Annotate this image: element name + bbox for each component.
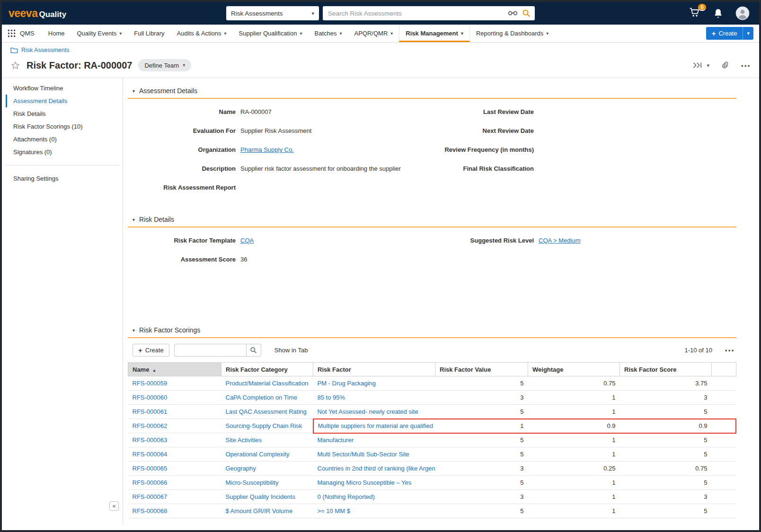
cell-risk-factor-category-link[interactable]: Sourcing-Supply Chain Risk (226, 422, 302, 429)
show-in-tab-link[interactable]: Show in Tab (274, 347, 308, 354)
cell-name-link[interactable]: RFS-000063 (133, 436, 168, 444)
sidebar-item-sharing-settings[interactable]: Sharing Settings (6, 172, 119, 185)
veeva-quality-logo[interactable]: veeva Quality (9, 7, 66, 20)
column-header-risk-factor-score[interactable]: Risk Factor Score (620, 363, 712, 376)
cell-risk-factor-link[interactable]: Multi Sector/Multi Sub-Sector Site (318, 451, 409, 458)
sidebar-item-risk-details[interactable]: Risk Details (6, 107, 119, 120)
column-header-label: Name (133, 366, 149, 373)
table-row-rfs-000059: RFS-000059Product/Material Classificatio… (128, 376, 736, 391)
cell-risk-factor-link[interactable]: Not Yet Assessed- newly created site (318, 408, 418, 415)
nav-tab-label: Audits & Actions (177, 30, 221, 37)
cell-risk-factor-link[interactable]: Multiple suppliers for material are qual… (318, 422, 434, 429)
search-icon[interactable] (522, 9, 531, 17)
column-header-risk-factor-value[interactable]: Risk Factor Value (435, 363, 528, 376)
nav-tab-reporting-dashboards[interactable]: Reporting & Dashboards ▾ (470, 25, 555, 42)
cell-risk-factor-link[interactable]: >= 10 MM $ (318, 507, 350, 515)
cell-name-link[interactable]: RFS-000067 (133, 493, 168, 500)
cell-risk-factor-category: Sourcing-Supply Chain Risk (221, 419, 313, 433)
nav-tab-label: Reporting & Dashboards (476, 30, 543, 37)
create-button[interactable]: + Create (706, 27, 743, 40)
nav-tab-supplier-qualification[interactable]: Supplier Qualification ▾ (233, 25, 309, 42)
sidebar-item-signatures-0[interactable]: Signatures (0) (6, 146, 119, 158)
cell-name-link[interactable]: RFS-000066 (133, 479, 168, 486)
cell-risk-factor-link[interactable]: Manufacturer (318, 436, 354, 444)
cell-risk-factor-category-link[interactable]: Site Activities (226, 436, 262, 444)
cell-risk-factor-category-link[interactable]: Supplier Quality Incidents (226, 493, 295, 500)
sidebar-item-attachments-0[interactable]: Attachments (0) (6, 133, 119, 146)
breadcrumb-link[interactable]: Risk Assessments (21, 47, 69, 53)
global-search-input[interactable] (327, 9, 504, 17)
field-value-link[interactable]: Pharma Supply Co. (240, 146, 294, 154)
column-header-label: Risk Factor Category (226, 366, 288, 373)
cell-risk-factor-category-link[interactable]: $ Amount GR/IR Volume (226, 507, 293, 515)
create-dropdown-button[interactable]: ▾ (743, 27, 753, 40)
cell-risk-factor-category-link[interactable]: Product/Material Classification (226, 380, 309, 387)
cell-risk-factor-category-link[interactable]: Last QAC Assessment Rating (226, 408, 307, 415)
cell-risk-factor: Countries in 2nd third of ranking (like … (313, 462, 435, 476)
sidebar-item-workflow-timeline[interactable]: Workflow Timeline (6, 82, 119, 95)
cell-risk-factor-category-link[interactable]: CaPA Completion on Time (226, 394, 298, 401)
cell-name-link[interactable]: RFS-000062 (133, 422, 168, 429)
fields-right-column: Last Review Date Next Review Date Review… (432, 108, 736, 203)
column-header-risk-factor-category[interactable]: Risk Factor Category (221, 363, 313, 376)
cell-risk-factor-link[interactable]: 85 to 95% (318, 394, 345, 401)
cell-name-link[interactable]: RFS-000061 (133, 408, 168, 415)
cell-risk-factor-link[interactable]: Managing Micro Susceptible – Yes (318, 479, 412, 486)
notifications-bell-icon[interactable] (713, 8, 723, 19)
cart-button[interactable]: 0 (689, 7, 701, 20)
app-switcher-icon[interactable] (8, 29, 16, 37)
sidebar-item-assessment-details[interactable]: Assessment Details (6, 95, 119, 107)
cell-risk-factor-link[interactable]: 0 (Nothing Reported) (318, 493, 375, 500)
cell-risk-factor-category-link[interactable]: Operational Complexity (226, 451, 290, 458)
attachments-paperclip-icon[interactable] (721, 61, 729, 70)
section-header-risk-details[interactable]: ▾ Risk Details (128, 211, 736, 227)
scorings-create-button[interactable]: + Create (133, 344, 169, 357)
cell-risk-factor-score: 5 (620, 476, 712, 490)
cell-risk-factor-link[interactable]: Countries in 2nd third of ranking (like … (318, 465, 435, 472)
sidebar-collapse-button[interactable]: « (109, 501, 119, 511)
cell-name-link[interactable]: RFS-000060 (133, 394, 168, 401)
nav-tab-label: Batches (314, 30, 336, 37)
column-header-risk-factor[interactable]: Risk Factor (313, 363, 435, 376)
avatar[interactable] (735, 6, 750, 20)
cell-name-link[interactable]: RFS-000068 (133, 507, 168, 515)
nav-tab-audits-actions[interactable]: Audits & Actions ▾ (171, 25, 233, 42)
search-scope-selector[interactable]: Risk Assessments ▾ (226, 6, 319, 20)
field-row-suggested-risk-level: Suggested Risk Level CQA > Medium (432, 237, 736, 244)
nav-tab-apqr-qmr[interactable]: APQR/QMR ▾ (348, 25, 399, 42)
section-title: Risk Factor Scorings (139, 326, 200, 334)
workflow-action-button[interactable]: Define Team ▾ (138, 59, 191, 71)
cell-risk-factor-category-link[interactable]: Geography (226, 465, 256, 472)
lifecycle-stages-button[interactable]: ▾ (692, 61, 709, 69)
cell-name-link[interactable]: RFS-000059 (133, 380, 168, 387)
collapse-caret-icon: ▾ (133, 88, 135, 94)
nav-tab-risk-management[interactable]: Risk Management ▾ (399, 25, 470, 42)
section-header-risk-factor-scorings[interactable]: ▾ Risk Factor Scorings (128, 322, 736, 338)
search-icon (250, 347, 257, 354)
cell-name-link[interactable]: RFS-000064 (133, 451, 168, 458)
nav-tab-home[interactable]: Home (42, 25, 71, 42)
cell-risk-factor-link[interactable]: PM - Drug Packaging (318, 380, 376, 387)
nav-tab-full-library[interactable]: Full Library (128, 25, 170, 42)
nav-tab-quality-events[interactable]: Quality Events ▾ (71, 25, 128, 42)
grid-more-actions-icon[interactable]: ⋯ (725, 345, 734, 355)
app-name-label[interactable]: QMS (20, 30, 35, 37)
field-value-link[interactable]: CQA (240, 237, 254, 244)
scorings-toolbar-right: 1-10 of 10 ⋯ (684, 345, 736, 355)
scorings-search-button[interactable] (246, 344, 261, 357)
field-row-evaluation-for: Evaluation For Supplier Risk Assessment (128, 127, 432, 135)
section-header-assessment-details[interactable]: ▾ Assessment Details (128, 83, 736, 99)
more-actions-icon[interactable]: ⋯ (741, 61, 751, 70)
field-value-link[interactable]: CQA > Medium (539, 237, 581, 244)
nav-tab-batches[interactable]: Batches ▾ (308, 25, 348, 42)
advanced-search-binoculars-icon[interactable] (508, 10, 518, 17)
cell-name-link[interactable]: RFS-000065 (133, 465, 168, 472)
cell-risk-factor-category-link[interactable]: Micro-Susceptibility (226, 479, 279, 486)
sidebar-item-risk-factor-scorings-10[interactable]: Risk Factor Scorings (10) (6, 120, 119, 133)
field-row-name: Name RA-000007 (128, 108, 432, 116)
column-header-weightage[interactable]: Weightage (528, 363, 620, 376)
column-header-name[interactable]: Name▲ (128, 363, 221, 376)
scorings-search-input[interactable] (174, 344, 246, 357)
favorite-star-icon[interactable] (10, 61, 20, 70)
column-header-label: Risk Factor Score (624, 366, 677, 373)
